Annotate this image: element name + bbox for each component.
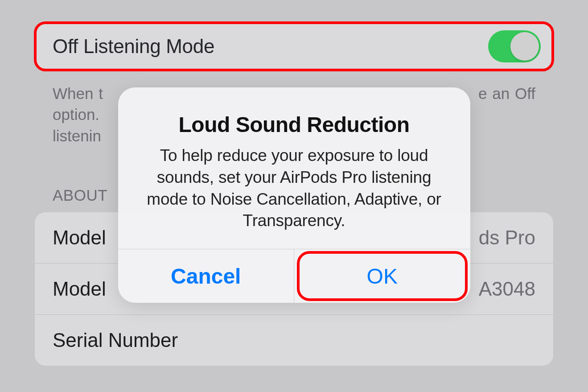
off-listening-mode-row[interactable]: Off Listening Mode	[35, 22, 553, 70]
model-number-value: A3048	[479, 278, 535, 300]
ok-button-label: OK	[367, 264, 398, 289]
serial-number-key: Serial Number	[53, 329, 178, 351]
alert-message: To help reduce your exposure to loud sou…	[136, 145, 452, 232]
table-row[interactable]: Serial Number	[35, 315, 553, 366]
ok-button[interactable]: OK	[294, 249, 470, 303]
cancel-button[interactable]: Cancel	[118, 249, 295, 303]
model-number-key: Model	[53, 278, 106, 300]
footer-fragment-1b: e an Off	[478, 83, 535, 104]
alert-body: Loud Sound Reduction To help reduce your…	[118, 87, 470, 249]
off-listening-mode-label: Off Listening Mode	[53, 35, 214, 58]
model-name-key: Model	[53, 227, 106, 249]
cancel-button-label: Cancel	[171, 264, 241, 289]
toggle-knob	[510, 32, 539, 61]
footer-fragment-1a: When t	[53, 83, 103, 104]
alert-button-row: Cancel OK	[118, 249, 470, 303]
off-listening-mode-toggle[interactable]	[488, 30, 541, 62]
alert-title: Loud Sound Reduction	[136, 112, 452, 137]
loud-sound-reduction-alert: Loud Sound Reduction To help reduce your…	[118, 87, 470, 303]
model-name-value: ds Pro	[479, 227, 535, 249]
